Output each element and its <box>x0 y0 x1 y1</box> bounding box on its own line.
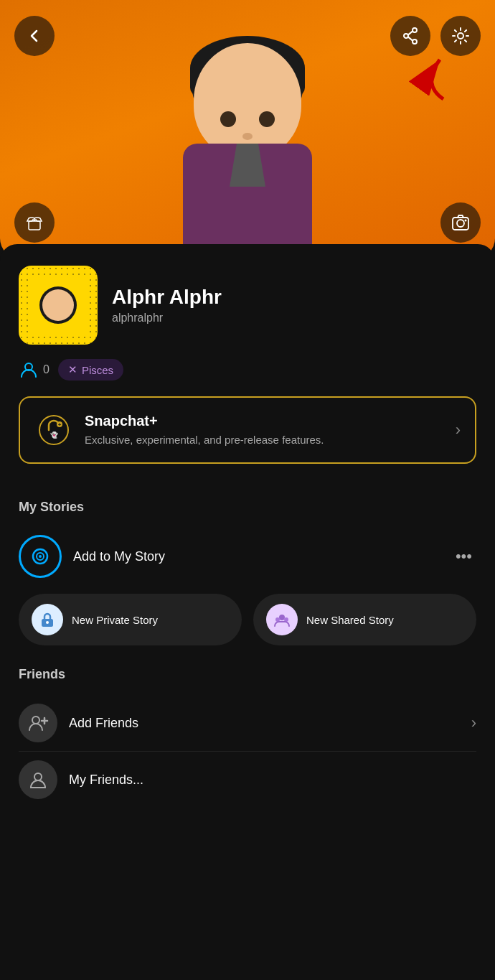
zodiac-badge[interactable]: ✕ Pisces <box>58 359 123 381</box>
add-to-story-label: Add to My Story <box>73 549 440 564</box>
story-buttons-row: New Private Story New Shared Story <box>19 594 476 645</box>
add-friends-label: Add Friends <box>69 716 460 731</box>
svg-point-1 <box>404 34 408 38</box>
svg-point-5 <box>458 33 463 39</box>
my-friends-label: My Friends... <box>69 773 476 788</box>
svg-point-10 <box>457 220 464 227</box>
new-shared-story-label: New Shared Story <box>306 614 394 626</box>
settings-button[interactable] <box>440 16 481 56</box>
svg-point-27 <box>34 773 42 780</box>
profile-name: Alphr Alphr <box>112 286 476 309</box>
add-friends-icon <box>19 704 57 742</box>
friends-section-header: Friends <box>19 667 476 682</box>
svg-point-20 <box>46 621 49 624</box>
story-more-button[interactable]: ••• <box>451 543 476 570</box>
new-private-story-button[interactable]: New Private Story <box>19 594 242 645</box>
profile-badges: 0 ✕ Pisces <box>19 359 476 381</box>
hero-section <box>0 0 495 258</box>
snapchat-plus-text: Snapchat+ Exclusive, experimental, and p… <box>85 413 444 447</box>
new-private-story-label: New Private Story <box>72 614 158 626</box>
svg-point-2 <box>412 39 417 44</box>
back-button[interactable] <box>14 16 55 56</box>
snapchat-plus-icon: + 👻 <box>34 411 73 449</box>
friends-section: Friends Add Friends › My Friends... <box>0 653 495 808</box>
snapcode[interactable] <box>19 266 98 345</box>
svg-rect-7 <box>29 221 40 230</box>
snapchat-plus-title: Snapchat+ <box>85 413 444 429</box>
private-story-icon <box>32 604 63 635</box>
snapchat-plus-chevron: › <box>456 421 461 439</box>
friends-count-badge: 0 <box>19 360 50 380</box>
stories-section-header: My Stories <box>19 500 476 515</box>
zodiac-symbol: ✕ <box>68 363 77 376</box>
svg-point-0 <box>412 28 417 32</box>
svg-point-21 <box>279 615 285 620</box>
my-friends-icon <box>19 760 57 799</box>
shared-story-icon <box>266 604 298 635</box>
svg-point-24 <box>32 717 39 724</box>
bitmoji-figure <box>147 36 348 258</box>
share-button[interactable] <box>390 16 430 56</box>
story-camera-icon <box>19 535 62 578</box>
svg-point-11 <box>465 220 467 222</box>
new-shared-story-button[interactable]: New Shared Story <box>253 594 476 645</box>
wardrobe-button[interactable] <box>14 202 55 243</box>
photo-button[interactable] <box>440 202 481 243</box>
add-friends-item[interactable]: Add Friends › <box>19 695 476 751</box>
snapchat-plus-banner[interactable]: + 👻 Snapchat+ Exclusive, experimental, a… <box>19 396 476 464</box>
stories-section: My Stories Add to My Story ••• New Priva… <box>0 500 495 645</box>
svg-text:👻: 👻 <box>50 431 59 439</box>
add-to-story-item[interactable]: Add to My Story ••• <box>19 528 476 585</box>
svg-point-18 <box>39 555 42 558</box>
add-friends-chevron: › <box>471 714 476 732</box>
snapchat-plus-desc: Exclusive, experimental, and pre-release… <box>85 432 444 447</box>
svg-text:+: + <box>58 421 62 428</box>
svg-line-3 <box>408 31 412 34</box>
profile-section: Alphr Alphr alphralphr 0 ✕ Pisces + 👻 <box>0 244 495 500</box>
profile-username: alphralphr <box>112 312 476 325</box>
friends-count: 0 <box>43 363 50 376</box>
svg-line-4 <box>408 37 412 40</box>
zodiac-label: Pisces <box>82 364 113 376</box>
profile-top: Alphr Alphr alphralphr <box>19 266 476 345</box>
my-friends-item[interactable]: My Friends... <box>19 751 476 808</box>
profile-info: Alphr Alphr alphralphr <box>112 286 476 325</box>
